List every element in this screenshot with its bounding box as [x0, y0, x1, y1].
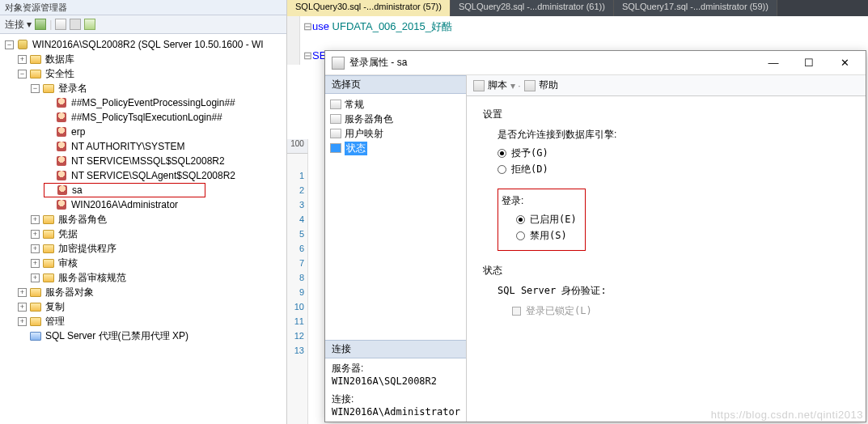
panel-toolbar: 连接 ▾ | — [0, 15, 286, 34]
zoom-level: 100 — [287, 139, 308, 154]
deny-radio[interactable]: 拒绝(D) — [498, 161, 849, 177]
object-tree[interactable]: −WIN2016A\SQL2008R2 (SQL Server 10.50.16… — [0, 34, 286, 424]
object-explorer-panel: 对象资源管理器 连接 ▾ | −WIN2016A\SQL2008R2 (SQL … — [0, 0, 287, 424]
login-item[interactable]: erp — [0, 125, 286, 139]
editor-tab[interactable]: SQLQuery28.sql -...dministrator (61)) — [451, 0, 614, 16]
stop-icon[interactable] — [70, 19, 81, 30]
disabled-radio[interactable]: 禁用(S) — [516, 227, 577, 244]
server-roles-node[interactable]: +服务器角色 — [0, 212, 286, 227]
login-properties-dialog: 登录属性 - sa — ☐ ✕ 选择页 常规 服务器角色 用户映射 状态 连接 … — [324, 50, 866, 422]
refresh-icon[interactable] — [35, 19, 46, 30]
select-page-header: 选择页 — [325, 75, 466, 94]
props-icon[interactable] — [84, 19, 95, 30]
script-button[interactable]: 脚本 — [488, 78, 507, 92]
status-page: 设置 是否允许连接到数据库引擎: 授予(G) 拒绝(D) 登录: 已启用(E) … — [467, 96, 866, 330]
grant-radio[interactable]: 授予(G) — [498, 145, 849, 161]
management-node[interactable]: +管理 — [0, 314, 286, 329]
databases-node[interactable]: +数据库 — [0, 52, 286, 66]
audit-node[interactable]: +审核 — [0, 256, 286, 270]
connection-info: 服务器: WIN2016A\SQL2008R2 连接: WIN2016A\Adm… — [325, 358, 466, 422]
security-node[interactable]: −安全性 — [0, 66, 286, 81]
page-icon — [330, 129, 341, 138]
editor-tab[interactable]: SQLQuery30.sql -...dministrator (57)) — [287, 0, 451, 16]
dialog-icon — [332, 57, 345, 70]
page-general[interactable]: 常规 — [330, 97, 461, 112]
page-icon — [330, 143, 341, 153]
login-item[interactable]: NT AUTHORITY\SYSTEM — [0, 139, 286, 154]
page-user-mapping[interactable]: 用户映射 — [330, 126, 461, 141]
watermark: https://blog.csdn.net/qinti2013 — [711, 409, 863, 421]
help-button[interactable]: 帮助 — [539, 78, 558, 92]
credentials-node[interactable]: +凭据 — [0, 227, 286, 241]
server-node[interactable]: −WIN2016A\SQL2008R2 (SQL Server 10.50.16… — [0, 37, 286, 52]
code-gutter — [287, 16, 300, 65]
replication-node[interactable]: +复制 — [0, 299, 286, 314]
dialog-titlebar[interactable]: 登录属性 - sa — ☐ ✕ — [325, 51, 866, 75]
login-section: 登录: 已启用(E) 禁用(S) — [498, 189, 586, 251]
login-item[interactable]: ##MS_PolicyEventProcessingLogin## — [0, 95, 286, 110]
login-item[interactable]: NT SERVICE\MSSQL$SQL2008R2 — [0, 154, 286, 168]
login-label: 登录: — [502, 194, 577, 208]
dialog-title: 登录属性 - sa — [349, 56, 756, 70]
login-item-sa[interactable]: sa — [44, 183, 205, 197]
locked-checkbox: 登录已锁定(L) — [512, 303, 849, 319]
settings-label: 设置 — [483, 108, 849, 121]
filter-icon[interactable] — [55, 19, 66, 30]
logins-node[interactable]: −登录名 — [0, 81, 286, 95]
minimize-button[interactable]: — — [756, 52, 791, 74]
page-icon — [330, 100, 341, 109]
login-item[interactable]: NT SERVICE\SQLAgent$SQL2008R2 — [0, 168, 286, 183]
status-label: 状态 — [483, 264, 849, 278]
panel-title: 对象资源管理器 — [0, 0, 286, 15]
dialog-toolbar: 脚本 ▾ · 帮助 — [467, 75, 866, 96]
editor-tabstrip: SQLQuery30.sql -...dministrator (57)) SQ… — [287, 0, 868, 16]
dialog-right-pane: 脚本 ▾ · 帮助 设置 是否允许连接到数据库引擎: 授予(G) 拒绝(D) 登… — [467, 75, 866, 422]
close-button[interactable]: ✕ — [827, 52, 862, 74]
dialog-left-pane: 选择页 常规 服务器角色 用户映射 状态 连接 服务器: WIN2016A\SQ… — [325, 75, 467, 422]
login-item[interactable]: ##MS_PolicyTsqlExecutionLogin## — [0, 110, 286, 125]
script-icon[interactable] — [473, 80, 485, 91]
connect-dropdown[interactable]: 连接 ▾ — [5, 18, 32, 32]
enabled-radio[interactable]: 已启用(E) — [516, 211, 577, 227]
page-status[interactable]: 状态 — [330, 141, 461, 155]
audit-spec-node[interactable]: +服务器审核规范 — [0, 270, 286, 285]
allow-connect-label: 是否允许连接到数据库引擎: — [498, 128, 849, 142]
crypto-node[interactable]: +加密提供程序 — [0, 241, 286, 256]
page-icon — [330, 114, 341, 124]
server-objects-node[interactable]: +服务器对象 — [0, 285, 286, 299]
line-numbers: 12345678910111213 — [287, 154, 308, 424]
maximize-button[interactable]: ☐ — [791, 52, 827, 74]
connection-header: 连接 — [325, 340, 466, 358]
login-item[interactable]: WIN2016A\Administrator — [0, 197, 286, 212]
editor-tab[interactable]: SQLQuery17.sql -...dministrator (59)) — [614, 0, 777, 16]
sql-auth-label: SQL Server 身份验证: — [498, 284, 849, 298]
help-icon[interactable] — [524, 80, 536, 91]
sql-agent-node[interactable]: SQL Server 代理(已禁用代理 XP) — [0, 329, 286, 343]
page-server-roles[interactable]: 服务器角色 — [330, 112, 461, 126]
